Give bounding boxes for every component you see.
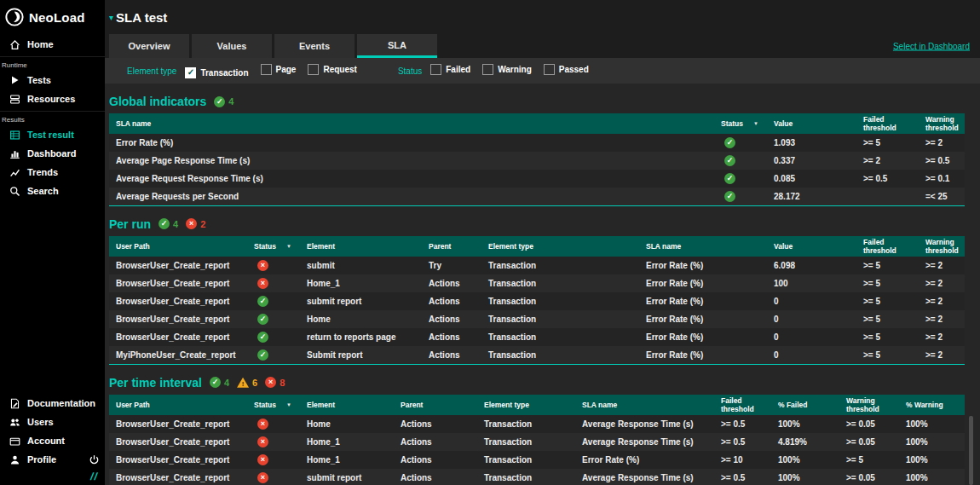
cell-value: 0.337 [767,152,856,170]
global-indicators-table: SLA nameStatus▼ValueFailed thresholdWarn… [109,113,965,206]
checkbox-box[interactable] [430,64,441,75]
table-row[interactable]: Average Requests per Second✓28.172=< 25 [109,188,965,205]
failed-status-icon: × [257,454,268,465]
title-bar: ▾ SLA test [105,0,980,34]
documentation-icon [9,397,20,409]
vertical-scrollbar[interactable] [969,416,973,485]
cell-element: Home [300,415,394,433]
cell-pct-failed: 4.819% [771,433,839,451]
tab-overview[interactable]: Overview [109,34,189,58]
column-header-status[interactable]: Status▼ [247,395,300,415]
checkbox-box[interactable] [482,64,493,75]
failed-status-icon: × [265,377,276,388]
column-header-status[interactable]: Status▼ [714,113,767,134]
cell-status: ✓ [714,134,767,152]
tab-events[interactable]: Events [274,34,355,58]
cell-parent: Actions [422,346,481,364]
cell-status: × [247,257,300,274]
table-row[interactable]: Average Request Response Time (s)✓0.085>… [109,170,965,188]
column-header-sla-name: SLA name [639,236,767,257]
status-checkbox-group: FailedWarningPassed [430,63,601,78]
column-header-status[interactable]: Status▼ [247,236,300,257]
table-row[interactable]: BrowserUser_Create_report×HomeActionsTra… [109,415,965,433]
cell-warning-threshold: >= 2 [919,346,965,364]
cell-sla-name: Error Rate (%) [639,274,767,292]
power-icon[interactable] [88,453,100,465]
table-row[interactable]: BrowserUser_Create_report✓HomeActionsTra… [109,310,965,328]
test-result-icon [9,129,20,141]
column-header-failed-threshold: Failed threshold [714,395,771,415]
column-header-element-type: Element type [481,236,639,257]
table-row[interactable]: Average Page Response Time (s)✓0.337>= 2… [109,152,965,170]
element-type-checkbox-request[interactable]: Request [308,64,356,75]
cell-failed-threshold [856,188,919,205]
per-time-interval-table: User PathStatus▼ElementParentElement typ… [109,395,965,485]
table-row[interactable]: BrowserUser_Create_report×submit reportA… [109,469,965,485]
status-filter-dropdown-icon[interactable]: ▼ [753,121,758,126]
sidebar-item-resources[interactable]: Resources [0,89,105,108]
sidebar-item-account[interactable]: Account [0,431,105,450]
cell-element: submit [300,257,422,274]
table-row[interactable]: BrowserUser_Create_report✓submit reportA… [109,292,965,310]
per-run-section-header: Per run ✓ 4 × 2 [109,217,965,231]
checkbox-box[interactable] [308,64,319,75]
sidebar-item-test-result[interactable]: Test result [0,125,105,144]
cell-warning-threshold: >= 0.05 [839,415,899,433]
cell-status: ✓ [714,188,767,205]
table-row[interactable]: Error Rate (%)✓1.093>= 5>= 2 [109,134,965,152]
table-row[interactable]: MyiPhoneUser_Create_report✓Submit report… [109,346,965,364]
cell-pct-failed: 100% [771,415,839,433]
tab-sla[interactable]: SLA [357,34,437,58]
cell-pct-warning: 100% [899,451,965,469]
checkbox-box[interactable]: ✓ [185,67,196,78]
status-checkbox-passed[interactable]: Passed [544,64,589,75]
status-checkbox-warning[interactable]: Warning [482,64,532,75]
status-filter-dropdown-icon[interactable]: ▼ [286,402,291,407]
cell-element: Home_1 [300,274,422,292]
element-type-checkbox-transaction[interactable]: ✓Transaction [185,67,248,78]
cell-failed-threshold: >= 5 [856,274,919,292]
tab-values[interactable]: Values [192,34,272,58]
select-in-dashboard-link[interactable]: Select in Dashboard [893,42,970,51]
sidebar-item-home[interactable]: Home [0,35,105,54]
status-filter-label: Status [398,66,422,76]
sidebar-resize-grip-icon[interactable]: // [0,469,107,485]
cell-status: × [247,433,300,451]
cell-user-path: BrowserUser_Create_report [109,257,247,274]
status-filter-dropdown-icon[interactable]: ▼ [286,244,291,249]
sidebar-item-tests[interactable]: Tests [0,71,105,89]
table-row[interactable]: BrowserUser_Create_report×Home_1ActionsT… [109,274,965,292]
table-row[interactable]: BrowserUser_Create_report×submitTryTrans… [109,257,965,274]
cell-parent: Actions [422,310,481,328]
table-row[interactable]: BrowserUser_Create_report×Home_1ActionsT… [109,451,965,469]
sidebar-item-trends[interactable]: Trends [0,163,105,182]
cell-value: 0.085 [767,170,856,188]
failed-status-icon: × [257,278,268,289]
cell-value: 28.172 [767,188,856,205]
cell-failed-threshold: >= 0.5 [714,433,771,451]
cell-sla-name: Error Rate (%) [109,134,714,152]
passed-status-icon: ✓ [159,218,170,229]
passed-status-icon: ✓ [257,332,268,343]
sidebar-item-dashboard[interactable]: Dashboard [0,144,105,163]
status-checkbox-failed[interactable]: Failed [430,64,470,75]
cell-failed-threshold: >= 10 [714,451,771,469]
sidebar-item-documentation[interactable]: Documentation [0,394,105,413]
neoload-logo[interactable]: NeoLoad [0,0,105,35]
table-row[interactable]: BrowserUser_Create_report✓return to repo… [109,328,965,346]
column-header-value: Value [767,236,856,257]
cell-element-type: Transaction [477,415,575,433]
element-type-checkbox-page[interactable]: Page [261,64,297,75]
sidebar-item-search[interactable]: Search [0,182,105,200]
cell-status: ✓ [714,152,767,170]
collapse-caret-icon[interactable]: ▾ [109,13,113,22]
table-row[interactable]: BrowserUser_Create_report×Home_1ActionsT… [109,433,965,451]
sidebar-item-profile[interactable]: Profile [0,450,105,469]
passed-status-icon: ✓ [257,296,268,307]
cell-sla-name: Average Response Time (s) [575,433,714,451]
sidebar-item-users[interactable]: Users [0,413,105,431]
cell-status: × [247,274,300,292]
sidebar-section-results: Results [0,111,105,125]
checkbox-box[interactable] [261,64,272,75]
checkbox-box[interactable] [544,64,555,75]
